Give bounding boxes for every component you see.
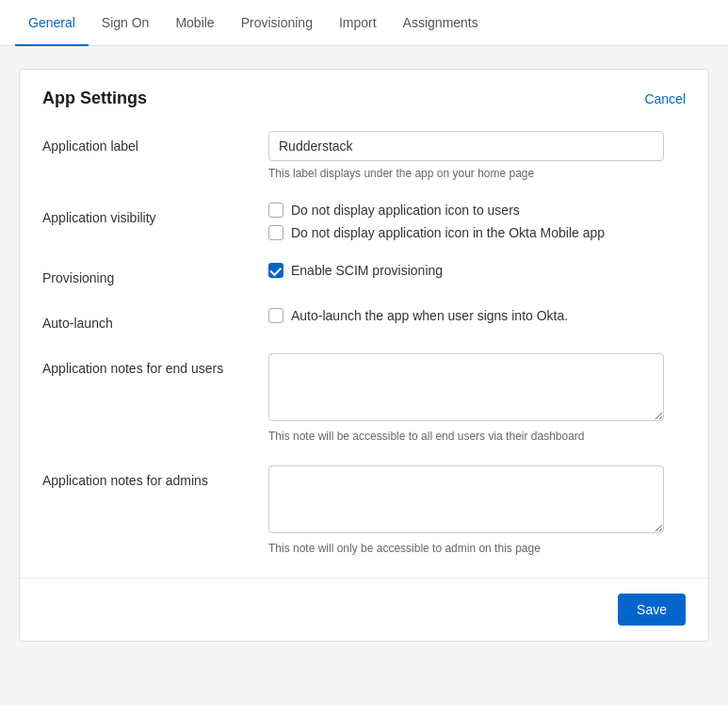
notes-admins-row: Application notes for admins This note w… <box>42 465 686 555</box>
application-visibility-row: Application visibility Do not display ap… <box>42 203 686 240</box>
application-visibility-control: Do not display application icon to users… <box>268 203 686 240</box>
application-label-row: Application label This label displays un… <box>42 131 686 180</box>
card-footer: Save <box>20 578 708 641</box>
provisioning-row: Provisioning Enable SCIM provisioning <box>42 263 686 285</box>
notes-admins-hint: This note will only be accessible to adm… <box>268 542 686 555</box>
main-content: App Settings Cancel Application label Th… <box>0 46 728 706</box>
notes-admins-label: Application notes for admins <box>42 465 268 488</box>
notes-end-users-row: Application notes for end users This not… <box>42 353 686 443</box>
notes-end-users-label: Application notes for end users <box>42 353 268 376</box>
notes-end-users-hint: This note will be accessible to all end … <box>268 430 686 443</box>
visibility-option2-row: Do not display application icon in the O… <box>268 225 686 240</box>
application-label-hint: This label displays under the app on you… <box>268 167 686 180</box>
notes-end-users-textarea[interactable] <box>268 353 664 421</box>
cancel-button[interactable]: Cancel <box>644 91 686 106</box>
tab-provisioning[interactable]: Provisioning <box>228 0 326 45</box>
card-body: Application label This label displays un… <box>20 123 708 578</box>
application-label-input[interactable] <box>268 131 664 161</box>
auto-launch-row: Auto-launch Auto-launch the app when use… <box>42 308 686 331</box>
app-settings-card: App Settings Cancel Application label Th… <box>19 69 709 642</box>
tab-import[interactable]: Import <box>326 0 390 45</box>
tab-assignments[interactable]: Assignments <box>390 0 492 45</box>
application-label-label: Application label <box>42 131 268 154</box>
page-container: General Sign On Mobile Provisioning Impo… <box>0 0 728 716</box>
auto-launch-checkbox-row: Auto-launch the app when user signs into… <box>268 308 686 323</box>
auto-launch-label: Auto-launch <box>42 308 268 331</box>
application-visibility-label: Application visibility <box>42 203 268 225</box>
tabs-bar: General Sign On Mobile Provisioning Impo… <box>0 0 728 46</box>
tab-mobile[interactable]: Mobile <box>162 0 227 45</box>
tab-general[interactable]: General <box>15 0 89 45</box>
visibility-option1-row: Do not display application icon to users <box>268 203 686 218</box>
auto-launch-control: Auto-launch the app when user signs into… <box>268 308 686 323</box>
application-label-control: This label displays under the app on you… <box>268 131 686 180</box>
provisioning-label: Provisioning <box>42 263 268 285</box>
save-button[interactable]: Save <box>618 594 686 626</box>
auto-launch-checkbox[interactable] <box>268 308 283 323</box>
visibility-option1-checkbox[interactable] <box>268 203 283 218</box>
notes-admins-textarea[interactable] <box>268 465 664 533</box>
visibility-option2-checkbox[interactable] <box>268 225 283 240</box>
provisioning-checkbox-row: Enable SCIM provisioning <box>268 263 686 278</box>
provisioning-control: Enable SCIM provisioning <box>268 263 686 278</box>
auto-launch-checkbox-label: Auto-launch the app when user signs into… <box>291 308 568 323</box>
provisioning-checkbox[interactable] <box>268 263 283 278</box>
notes-end-users-control: This note will be accessible to all end … <box>268 353 686 443</box>
tab-sign-on[interactable]: Sign On <box>89 0 163 45</box>
card-header: App Settings Cancel <box>20 70 708 123</box>
visibility-option1-label: Do not display application icon to users <box>291 203 520 218</box>
notes-admins-control: This note will only be accessible to adm… <box>268 465 686 555</box>
visibility-option2-label: Do not display application icon in the O… <box>291 225 605 240</box>
card-title: App Settings <box>42 89 147 108</box>
provisioning-checkbox-label: Enable SCIM provisioning <box>291 263 443 278</box>
